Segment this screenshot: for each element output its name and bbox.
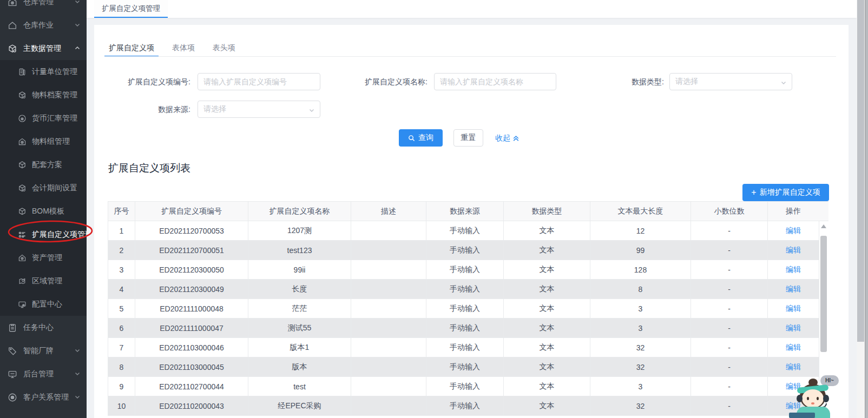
table-cell: -	[691, 377, 768, 396]
edit-link[interactable]: 编辑	[786, 284, 801, 293]
table-cell	[351, 338, 426, 357]
sidebar-item-backend-mgmt[interactable]: 后台管理	[0, 362, 87, 386]
table-cell: 文本	[504, 241, 590, 260]
sidebar-item-master-data-mgmt[interactable]: 主数据管理	[0, 37, 87, 60]
sidebar-item-label: BOM模板	[32, 207, 64, 216]
table-cell: 手动输入	[426, 338, 504, 357]
table-cell-actions: 编辑	[768, 241, 819, 260]
sidebar-item-accounting-period[interactable]: 会计期间设置	[0, 176, 87, 200]
table-cell: ED2021103000046	[135, 338, 248, 357]
asset-home-icon	[18, 254, 27, 262]
table-row: 7ED2021103000046版本1手动输入文本32-编辑	[108, 338, 819, 357]
sidebar-item-label: 区域管理	[32, 276, 62, 286]
collapse-link-label: 收起	[495, 129, 510, 147]
sidebar-item-smart-plate[interactable]: 智能厂牌	[0, 339, 87, 362]
add-extended-custom-item-button[interactable]: + 新增扩展自定义项	[742, 184, 829, 201]
table-cell: 文本	[504, 338, 590, 357]
table-cell: -	[691, 299, 768, 319]
tab-extended-custom-item[interactable]: 扩展自定义项	[104, 41, 159, 57]
sidebar-item-bom-template[interactable]: BOM模板	[0, 200, 87, 223]
double-chevron-up-icon	[512, 135, 520, 142]
datasource-select[interactable]: 请选择	[198, 101, 320, 118]
sidebar-item-crm[interactable]: 客户关系管理	[0, 386, 87, 409]
table-cell: 茫茫	[248, 299, 351, 319]
table-cell: 版本1	[248, 338, 351, 357]
table-cell	[351, 299, 426, 319]
table-scrollbar-thumb[interactable]	[820, 236, 827, 352]
scroll-up-arrow-icon[interactable]	[821, 224, 826, 228]
search-button[interactable]: 查询	[399, 129, 443, 147]
sidebar-item-asset-mgmt[interactable]: 资产管理	[0, 246, 87, 269]
col-name: 扩展自定义项名称	[248, 202, 351, 221]
sidebar-item-material-group-mgmt[interactable]: 物料组管理	[0, 130, 87, 153]
col-decimals: 小数位数	[691, 202, 768, 221]
sidebar-item-unit-mgmt[interactable]: 计量单位管理	[0, 60, 87, 83]
edit-link[interactable]: 编辑	[786, 343, 801, 351]
edit-link[interactable]: 编辑	[786, 323, 801, 332]
table-row: 2ED2021120700051test123手动输入文本99-编辑	[108, 241, 819, 260]
sidebar-item-material-archive-mgmt[interactable]: 物料档案管理	[0, 83, 87, 107]
tab-header-item[interactable]: 表头项	[208, 41, 240, 57]
col-datasource: 数据来源	[426, 202, 504, 221]
sidebar-item-label: 物料档案管理	[32, 90, 77, 100]
sidebar-item-extended-custom-item-mgmt[interactable]: 扩展自定义项管理	[0, 223, 87, 246]
sidebar-item-warehouse-mgmt[interactable]: 仓库管理	[0, 0, 87, 14]
sidebar-item-task-center[interactable]: 任务中心	[0, 316, 87, 339]
name-input[interactable]	[434, 73, 556, 90]
mascot-headphone-left	[797, 395, 803, 402]
table-cell: 手动输入	[426, 357, 504, 377]
edit-link[interactable]: 编辑	[786, 265, 801, 274]
page-tab-extended-custom-item-mgmt[interactable]: 扩展自定义项管理	[94, 0, 168, 18]
table-cell: 6	[108, 319, 135, 338]
mascot-face	[802, 389, 824, 408]
table-cell: 手动输入	[426, 241, 504, 260]
warehouse-icon	[8, 0, 17, 7]
table-cell: ED2021103000045	[135, 357, 248, 377]
page-scrollbar-thumb[interactable]	[857, 0, 864, 342]
table-cell: -	[691, 338, 768, 357]
table-cell: ED2021111000048	[135, 299, 248, 319]
table-row: 10ED2021102000043经EPEC采购手动输入文本32-编辑	[108, 396, 819, 416]
table-cell: 文本	[504, 260, 590, 280]
sidebar-item-region-mgmt[interactable]: 区域管理	[0, 269, 87, 293]
table-cell: 3	[590, 299, 691, 319]
table-cell: 2	[108, 241, 135, 260]
datatype-select[interactable]: 请选择	[669, 73, 792, 90]
table-cell: 9	[108, 377, 135, 396]
assistant-mascot[interactable]: HI~	[789, 372, 849, 418]
sidebar-item-label: 仓库管理	[23, 0, 54, 7]
edit-link[interactable]: 编辑	[786, 304, 801, 313]
edit-link[interactable]: 编辑	[786, 362, 801, 371]
sidebar-item-kitting-plan[interactable]: 配套方案	[0, 153, 87, 176]
tab-body-item[interactable]: 表体项	[168, 41, 199, 57]
table-cell: ED2021120700051	[135, 241, 248, 260]
table-cell	[351, 221, 426, 241]
table-cell: 3	[590, 377, 691, 396]
sidebar-item-label: 货币汇率管理	[32, 114, 77, 123]
table-cell: 文本	[504, 280, 590, 299]
cube-icon	[18, 207, 27, 216]
collapse-link[interactable]: 收起	[495, 129, 520, 147]
table-row: 4ED2021120300049长度手动输入文本8-编辑	[108, 280, 819, 299]
table-cell: 文本	[504, 357, 590, 377]
home-icon	[8, 21, 17, 30]
reset-button[interactable]: 重置	[453, 129, 483, 147]
table-cell: 文本	[504, 319, 590, 338]
table-cell: 4	[108, 280, 135, 299]
sidebar-item-currency-rate-mgmt[interactable]: 货币汇率管理	[0, 107, 87, 130]
code-input[interactable]	[198, 73, 320, 90]
sidebar-item-config-center[interactable]: 配置中心	[0, 293, 87, 316]
table-scrollbar-header-cap	[819, 202, 828, 221]
table-cell: -	[691, 319, 768, 338]
table-cell: ED2021102000043	[135, 396, 248, 416]
edit-link[interactable]: 编辑	[786, 226, 801, 235]
table-cell: test	[248, 377, 351, 396]
datasource-select-value: 请选择	[203, 104, 226, 114]
edit-link[interactable]: 编辑	[786, 246, 801, 254]
datasource-label: 数据来源:	[108, 101, 190, 118]
table-cell	[351, 241, 426, 260]
sidebar-item-warehouse-ops[interactable]: 仓库作业	[0, 14, 87, 37]
table-header-row: 序号 扩展自定义项编号 扩展自定义项名称 描述 数据来源 数据类型 文本最大长度…	[108, 202, 819, 221]
add-button-label: 新增扩展自定义项	[760, 188, 820, 197]
sidebar-item-label: 仓库作业	[23, 21, 54, 30]
